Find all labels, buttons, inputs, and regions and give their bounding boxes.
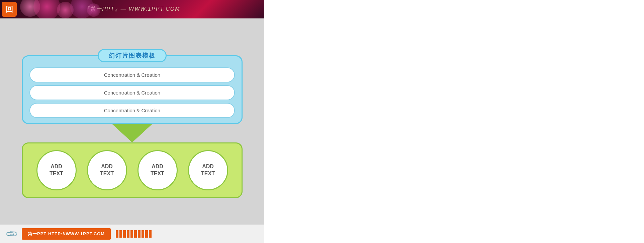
stripe-10: [149, 230, 152, 238]
slide-panel: 回 『第一PPT』— WWW.1PPT.COM 幻灯片图表模板 Concentr…: [0, 0, 264, 243]
header-bar: 回 『第一PPT』— WWW.1PPT.COM: [0, 0, 264, 18]
slide-title: 幻灯片图表模板: [109, 52, 156, 59]
circle-item-4[interactable]: ADD TEXT: [188, 150, 228, 190]
slide-content: 幻灯片图表模板 Concentration & Creation Concent…: [0, 18, 264, 225]
circle-item-1[interactable]: ADD TEXT: [36, 150, 77, 190]
stripe-3: [123, 230, 126, 238]
logo-box: 回: [2, 2, 17, 17]
paperclip-icon: 📎: [5, 227, 18, 241]
arrow-container: [22, 124, 243, 142]
blue-container: 幻灯片图表模板 Concentration & Creation Concent…: [22, 55, 243, 124]
stripe-4: [127, 230, 129, 238]
stripe-2: [119, 230, 122, 238]
footer-link-text: 第一PPT HTTP://WWW.1PPT.COM: [28, 231, 105, 236]
stripe-5: [130, 230, 133, 238]
footer-bar: 📎 第一PPT HTTP://WWW.1PPT.COM: [0, 225, 264, 243]
right-panel: [264, 0, 644, 243]
footer-stripes: [116, 230, 152, 238]
circle-item-2[interactable]: ADD TEXT: [87, 150, 127, 190]
circle-item-3[interactable]: ADD TEXT: [137, 150, 178, 190]
stripe-7: [138, 230, 141, 238]
blue-title-box: 幻灯片图表模板: [98, 49, 167, 62]
footer-link-box[interactable]: 第一PPT HTTP://WWW.1PPT.COM: [22, 228, 111, 240]
bokeh-decoration: [0, 0, 264, 18]
green-container: ADD TEXT ADD TEXT ADD TEXT ADD TEXT: [22, 142, 243, 198]
stripe-9: [145, 230, 148, 238]
green-arrow-icon: [112, 124, 152, 142]
stripe-8: [142, 230, 144, 238]
white-bar-3: Concentration & Creation: [29, 103, 235, 118]
blue-container-wrapper: 幻灯片图表模板 Concentration & Creation Concent…: [22, 55, 243, 124]
bokeh-5: [87, 3, 100, 17]
stripe-6: [134, 230, 137, 238]
stripe-1: [116, 230, 118, 238]
bokeh-2: [33, 0, 60, 18]
logo-text: 回: [6, 4, 13, 14]
white-bar-1: Concentration & Creation: [29, 67, 235, 82]
white-bar-2: Concentration & Creation: [29, 85, 235, 100]
